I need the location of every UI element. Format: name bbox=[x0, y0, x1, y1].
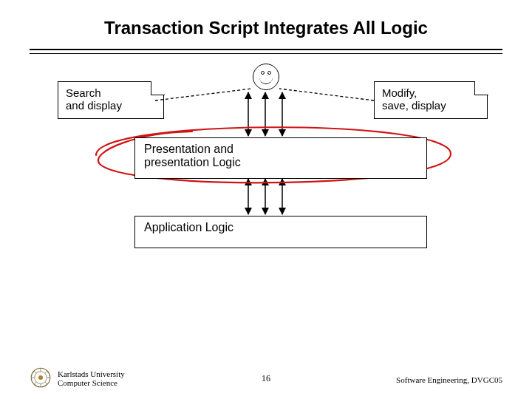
slide-footer: Karlstads University Computer Science 16… bbox=[0, 364, 532, 389]
layer-application-label: Application Logic bbox=[144, 221, 233, 233]
svg-line-0 bbox=[155, 89, 251, 100]
page-fold-icon bbox=[151, 81, 165, 95]
usecase-note-modify: Modify,save, display bbox=[374, 81, 488, 119]
usecase-note-modify-text: Modify,save, display bbox=[382, 86, 446, 112]
slide-title: Transaction Script Integrates All Logic bbox=[0, 18, 532, 38]
page-fold-icon bbox=[474, 81, 488, 95]
smiley-face-icon bbox=[253, 64, 279, 90]
usecase-note-search-text: Searchand display bbox=[66, 86, 122, 112]
usecase-note-search: Searchand display bbox=[58, 81, 164, 119]
title-divider bbox=[30, 49, 502, 54]
svg-line-1 bbox=[279, 89, 374, 100]
footer-course: Software Engineering, DVGC05 bbox=[396, 375, 502, 384]
diagram-connectors bbox=[0, 0, 532, 399]
layer-presentation: Presentation andpresentation Logic bbox=[134, 137, 427, 179]
layer-application: Application Logic bbox=[134, 216, 427, 248]
layer-presentation-label: Presentation andpresentation Logic bbox=[144, 143, 241, 168]
